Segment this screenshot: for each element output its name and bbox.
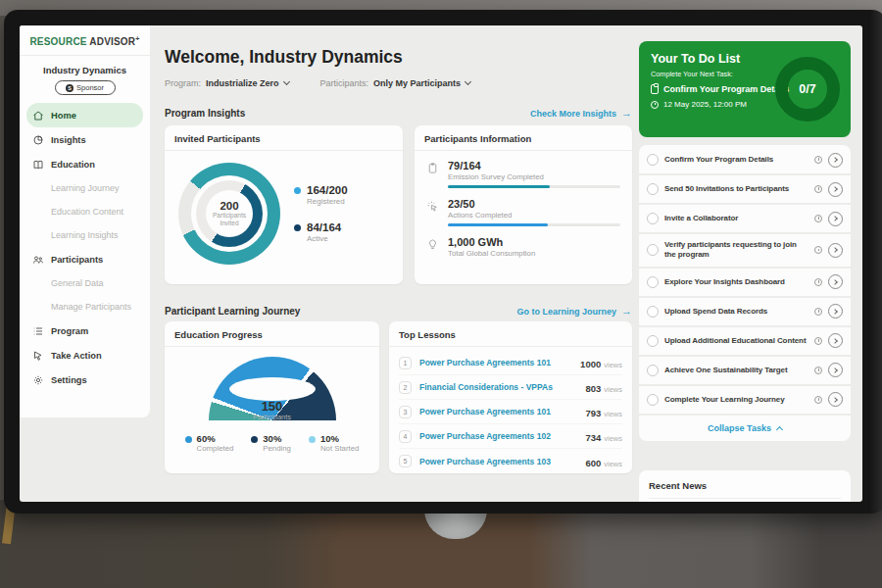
program-select[interactable]: Program: Industrialize Zero (165, 78, 289, 88)
clipboard-icon (426, 160, 440, 188)
clock-icon (651, 101, 659, 109)
chevron-right-button[interactable] (828, 392, 843, 407)
participants-select[interactable]: Participants: Only My Participants (320, 78, 471, 88)
legend-value: 84/164 (307, 221, 341, 233)
sidebar-item-home[interactable]: Home (26, 103, 143, 127)
gauge-center-label: Participants (209, 413, 336, 421)
sidebar-item-education[interactable]: Education (20, 152, 150, 176)
actions-completed-row: 23/50 Actions Completed (426, 198, 620, 226)
card-title: Top Lessons (389, 321, 632, 347)
sidebar-item-insights[interactable]: Insights (20, 127, 150, 152)
consumption-row: 1,000 GWh Total Global Consumption (426, 236, 620, 262)
sidebar-item-education-content[interactable]: Education Content (20, 200, 150, 223)
task-row-upload-educational-content[interactable]: Upload Additional Educational Content (639, 327, 851, 357)
task-checkbox[interactable] (647, 306, 659, 318)
task-checkbox[interactable] (647, 154, 659, 166)
lesson-row: 5 Power Purchase Agreements 103 600views (399, 449, 622, 473)
sidebar-item-label: Education Content (51, 207, 123, 217)
sidebar-item-label: Education (51, 160, 95, 170)
task-checkbox[interactable] (647, 183, 659, 195)
lesson-link[interactable]: Power Purchase Agreements 102 (419, 431, 577, 441)
click-action-icon (426, 198, 440, 226)
chevron-right-button[interactable] (828, 153, 843, 168)
sidebar-item-learning-journey[interactable]: Learning Journey (20, 176, 150, 200)
metric-value: 23/50 (448, 198, 620, 210)
sidebar-item-program[interactable]: Program (20, 318, 150, 343)
legend-value: 30% (263, 433, 291, 444)
sidebar-item-label: Learning Insights (51, 230, 119, 240)
chevron-right-button[interactable] (828, 274, 843, 289)
task-row-upload-spend-data[interactable]: Upload Spend Data Records (639, 298, 851, 327)
task-checkbox[interactable] (647, 335, 659, 347)
lesson-link[interactable]: Power Purchase Agreements 101 (419, 358, 572, 368)
lesson-row: 2 Financial Considerations - VPPAs 803vi… (399, 375, 622, 400)
rank-chip: 2 (399, 381, 412, 394)
task-checkbox[interactable] (647, 394, 659, 406)
task-row-invite-collaborator[interactable]: Invite a Collaborator (639, 205, 851, 234)
lightbulb-icon (426, 236, 440, 262)
task-row-verify-participants[interactable]: Verify participants requesting to join t… (639, 234, 851, 269)
task-row-send-invitations[interactable]: Send 50 Invitations to Participants (639, 175, 851, 205)
donut-center-label: Participants Invited (209, 212, 250, 227)
rank-chip: 1 (399, 357, 412, 369)
recent-news-card: Recent News (639, 470, 851, 502)
legend-label: Not Started (320, 444, 359, 453)
rank-chip: 3 (399, 406, 412, 418)
people-icon (32, 254, 44, 266)
views-suffix: views (604, 460, 622, 468)
chevron-right-button[interactable] (828, 212, 843, 226)
clock-icon (814, 396, 822, 404)
task-checkbox[interactable] (647, 213, 659, 224)
monitor-bezel: RESOURCE ADVISOR+ Industry Dynamics SSpo… (4, 10, 882, 514)
sidebar-item-manage-participants[interactable]: Manage Participants (20, 295, 150, 318)
chevron-right-button[interactable] (828, 182, 843, 197)
views-count: 803 (585, 383, 601, 394)
lesson-row: 4 Power Purchase Agreements 102 734views (399, 424, 622, 449)
progress-fill (448, 223, 548, 226)
lesson-link[interactable]: Financial Considerations - VPPAs (419, 382, 577, 392)
task-row-achieve-target[interactable]: Achieve One Sustainability Target (639, 357, 851, 386)
task-checkbox[interactable] (647, 365, 659, 376)
task-checkbox[interactable] (647, 244, 659, 256)
sidebar-item-participants[interactable]: Participants (20, 247, 150, 271)
pie-chart-icon (32, 134, 44, 146)
legend-label: Completed (197, 444, 234, 453)
card-title: Education Progress (165, 321, 379, 347)
metric-label: Actions Completed (448, 211, 620, 220)
task-row-explore-insights[interactable]: Explore Your Insights Dashboard (639, 269, 851, 298)
lesson-link[interactable]: Power Purchase Agreements 101 (419, 407, 577, 416)
todo-task-list: Confirm Your Program Details Send 50 Inv… (639, 145, 851, 441)
lesson-link[interactable]: Power Purchase Agreements 103 (419, 457, 577, 466)
sidebar-item-settings[interactable]: Settings (20, 368, 150, 392)
go-to-learning-journey-link[interactable]: Go to Learning Journey→ (516, 306, 632, 317)
lesson-row: 3 Power Purchase Agreements 101 793views (399, 400, 622, 424)
education-progress-card: Education Progress 150 Participants (165, 321, 379, 473)
sidebar-item-take-action[interactable]: Take Action (20, 343, 150, 368)
chevron-right-button[interactable] (828, 243, 843, 258)
views-suffix: views (604, 410, 622, 418)
next-task-label: Confirm Your Program Details (663, 84, 789, 94)
collapse-label: Collapse Tasks (708, 423, 771, 433)
brand-plus: + (135, 35, 139, 42)
sidebar-item-learning-insights[interactable]: Learning Insights (20, 223, 150, 247)
sponsor-badge[interactable]: SSponsor (55, 80, 116, 95)
check-more-insights-link[interactable]: Check More Insights→ (530, 108, 632, 119)
sidebar-item-label: Manage Participants (51, 302, 131, 312)
chevron-right-button[interactable] (828, 304, 843, 318)
task-checkbox[interactable] (647, 276, 659, 288)
donut-center-value: 200 (220, 200, 238, 212)
donut-legend: 164/200 Registered 84/164 Active (294, 184, 348, 243)
views-suffix: views (604, 385, 622, 394)
sidebar-item-general-data[interactable]: General Data (20, 271, 150, 295)
chevron-right-button[interactable] (828, 333, 843, 348)
clipboard-icon (651, 84, 659, 94)
gear-icon (32, 374, 44, 386)
sidebar-item-label: Program (51, 326, 88, 336)
card-title: Invited Participants (165, 125, 403, 151)
chevron-right-button[interactable] (828, 363, 843, 377)
task-row-complete-learning-journey[interactable]: Complete Your Learning Journey (639, 386, 851, 416)
collapse-tasks-link[interactable]: Collapse Tasks (639, 416, 851, 441)
sidebar-item-label: General Data (51, 278, 104, 288)
brand-logo: RESOURCE ADVISOR+ (20, 25, 150, 56)
task-row-confirm-program[interactable]: Confirm Your Program Details (639, 146, 851, 175)
